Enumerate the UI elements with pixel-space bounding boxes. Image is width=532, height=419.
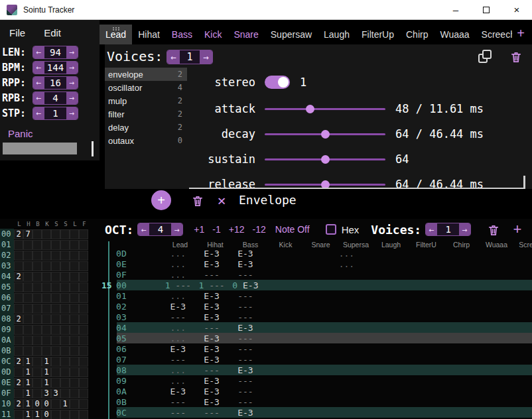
order-cell[interactable]	[60, 251, 70, 261]
order-cell[interactable]: 1	[42, 378, 51, 388]
order-cell[interactable]: 2	[14, 357, 23, 367]
delete-unit-button[interactable]	[190, 193, 206, 209]
order-cell[interactable]	[42, 314, 51, 324]
pattern-cell[interactable]: E-3	[229, 249, 263, 259]
order-cell[interactable]	[42, 304, 51, 314]
note-button--1[interactable]: -1	[212, 224, 220, 235]
tab-lead[interactable]: Lead	[100, 25, 132, 44]
order-cell[interactable]	[14, 335, 23, 345]
unit-item-mulp[interactable]: mulp2	[105, 94, 187, 107]
order-cell[interactable]	[51, 304, 60, 314]
slider-knob[interactable]	[306, 105, 314, 113]
order-cell[interactable]	[51, 399, 60, 409]
order-cell[interactable]	[23, 251, 33, 261]
order-cell[interactable]	[70, 304, 79, 314]
order-cell[interactable]	[42, 335, 51, 345]
order-cell[interactable]	[60, 335, 70, 345]
order-cell[interactable]	[60, 389, 70, 398]
order-cell[interactable]	[51, 240, 60, 250]
order-cell[interactable]: 1	[23, 399, 33, 409]
song-param-stepper-bpm-decrement-icon[interactable]: ←	[33, 62, 44, 74]
pattern-cell[interactable]: E-3	[195, 344, 229, 354]
order-cell[interactable]	[42, 229, 51, 239]
pattern-cell[interactable]: ---	[161, 312, 195, 322]
order-cell[interactable]	[23, 282, 33, 292]
stereo-toggle[interactable]	[265, 76, 290, 89]
order-cell[interactable]: 1	[33, 410, 42, 419]
order-cell[interactable]	[70, 389, 79, 398]
order-cell[interactable]	[23, 325, 33, 335]
order-cell[interactable]: 0	[33, 399, 42, 409]
order-cell[interactable]	[51, 251, 60, 261]
song-param-stepper-rpp-value[interactable]: 16	[44, 78, 66, 88]
pattern-cell[interactable]: ---	[161, 397, 195, 407]
pattern-cell[interactable]: ---	[229, 355, 263, 365]
order-cell[interactable]: 1	[23, 378, 33, 388]
pattern-cell[interactable]: E-3	[229, 408, 263, 418]
tab-laugh[interactable]: Laugh	[318, 25, 356, 44]
order-cell[interactable]	[79, 346, 88, 356]
tab-kick[interactable]: Kick	[198, 25, 228, 44]
order-cell[interactable]	[79, 399, 88, 409]
pattern-cell[interactable]: E-3	[195, 355, 229, 365]
pattern-cell[interactable]: ...	[161, 333, 195, 343]
pattern-cell[interactable]: ---	[195, 408, 229, 418]
pattern-cell[interactable]: ---	[161, 355, 195, 365]
order-cell[interactable]	[33, 335, 42, 345]
order-cell[interactable]	[42, 346, 51, 356]
order-cell[interactable]	[60, 325, 70, 335]
pattern-cell[interactable]: 1 ---	[161, 280, 195, 290]
order-cell[interactable]	[60, 378, 70, 388]
order-cell[interactable]	[14, 389, 23, 398]
close-button[interactable]: ×	[501, 0, 532, 19]
pattern-cell[interactable]: ---	[229, 344, 263, 354]
order-cell[interactable]	[33, 261, 42, 271]
order-cell[interactable]	[51, 357, 60, 367]
add-pattern-button[interactable]: +	[508, 219, 527, 240]
order-cell[interactable]	[79, 304, 88, 314]
add-track-button[interactable]: +	[512, 24, 529, 42]
order-cell[interactable]	[60, 304, 70, 314]
unit-item-oscillator[interactable]: oscillator4	[105, 81, 187, 94]
pattern-cell[interactable]: E-3	[195, 312, 229, 322]
order-cell[interactable]	[70, 399, 79, 409]
order-cell[interactable]	[51, 282, 60, 292]
pattern-cell[interactable]: ---	[229, 397, 263, 407]
order-cell[interactable]	[70, 346, 79, 356]
order-cell[interactable]: 1	[23, 389, 33, 398]
order-cell[interactable]	[79, 272, 88, 282]
menu-file[interactable]: File	[9, 27, 25, 38]
pattern-cell[interactable]: ---	[229, 302, 263, 312]
tab-snare[interactable]: Snare	[228, 25, 264, 44]
order-cell[interactable]: 7	[23, 229, 33, 239]
pattern-cell[interactable]: ...	[330, 249, 364, 259]
order-cell[interactable]	[33, 240, 42, 250]
order-cell[interactable]	[14, 410, 23, 419]
order-cell[interactable]	[60, 357, 70, 367]
song-param-stepper-stp-decrement-icon[interactable]: ←	[33, 107, 44, 119]
order-cell[interactable]	[70, 335, 79, 345]
order-cell[interactable]	[70, 251, 79, 261]
order-cell[interactable]	[14, 251, 23, 261]
octave-stepper-increment-icon[interactable]: →	[171, 223, 182, 235]
pattern-cell[interactable]: E-3	[161, 387, 195, 396]
song-param-stepper-stp-increment-icon[interactable]: →	[66, 107, 78, 119]
order-cell[interactable]: 3	[42, 389, 51, 398]
pattern-cell[interactable]: E-3	[195, 387, 229, 396]
order-cell[interactable]	[33, 272, 42, 282]
order-cell[interactable]	[33, 325, 42, 335]
pattern-cell[interactable]: ---	[229, 387, 263, 396]
pattern-cell[interactable]: E-3	[195, 333, 229, 343]
order-cell[interactable]	[70, 357, 79, 367]
order-cell[interactable]: 1	[60, 399, 70, 409]
tab-hihat[interactable]: Hihat	[132, 25, 166, 44]
order-cell[interactable]	[42, 272, 51, 282]
unit-item-envelope[interactable]: envelope2	[105, 68, 187, 81]
order-cell[interactable]	[79, 367, 88, 377]
order-cell[interactable]	[51, 346, 60, 356]
pattern-voices-stepper-decrement-icon[interactable]: ←	[426, 223, 437, 235]
order-cell[interactable]	[33, 367, 42, 377]
pattern-cell[interactable]: ...	[161, 291, 195, 301]
order-cell[interactable]	[42, 325, 51, 335]
order-cell[interactable]	[79, 410, 88, 419]
